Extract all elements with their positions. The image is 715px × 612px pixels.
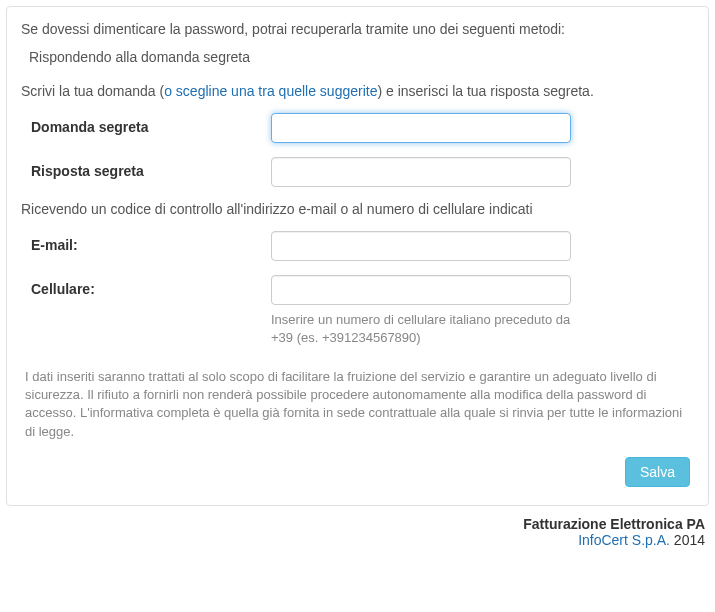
save-button[interactable]: Salva — [625, 457, 690, 487]
label-email: E-mail: — [21, 231, 271, 253]
row-secret-answer: Risposta segreta — [21, 157, 694, 187]
phone-input[interactable] — [271, 275, 571, 305]
email-input[interactable] — [271, 231, 571, 261]
label-secret-answer: Risposta segreta — [21, 157, 271, 179]
method-answer-text: Rispondendo alla domanda segreta — [29, 49, 694, 65]
question-prompt: Scrivi la tua domanda (o scegline una tr… — [21, 83, 694, 99]
footer-year: 2014 — [674, 532, 705, 548]
method-code-text: Ricevendo un codice di controllo all'ind… — [21, 201, 694, 217]
prompt-suffix: ) e inserisci la tua risposta segreta. — [377, 83, 593, 99]
prompt-prefix: Scrivi la tua domanda ( — [21, 83, 164, 99]
footer-title: Fatturazione Elettronica PA — [0, 516, 705, 532]
secret-answer-input[interactable] — [271, 157, 571, 187]
secret-question-input[interactable] — [271, 113, 571, 143]
footer-company-link[interactable]: InfoCert S.p.A. — [578, 532, 670, 548]
password-recovery-panel: Se dovessi dimenticare la password, potr… — [6, 6, 709, 506]
actions-bar: Salva — [21, 457, 694, 487]
suggested-questions-link[interactable]: o scegline una tra quelle suggerite — [164, 83, 377, 99]
row-secret-question: Domanda segreta — [21, 113, 694, 143]
row-phone: Cellulare: Inserire un numero di cellula… — [21, 275, 694, 346]
page-footer: Fatturazione Elettronica PA InfoCert S.p… — [0, 512, 715, 558]
legal-notice: I dati inseriti saranno trattati al solo… — [25, 368, 690, 441]
phone-help-text: Inserire un numero di cellulare italiano… — [271, 311, 571, 346]
intro-text: Se dovessi dimenticare la password, potr… — [21, 21, 694, 37]
label-phone: Cellulare: — [21, 275, 271, 297]
label-secret-question: Domanda segreta — [21, 113, 271, 135]
row-email: E-mail: — [21, 231, 694, 261]
